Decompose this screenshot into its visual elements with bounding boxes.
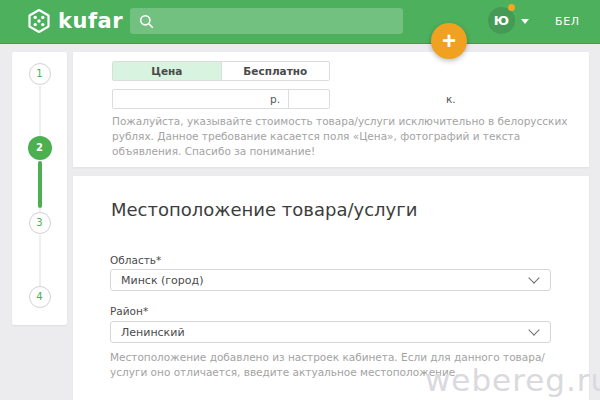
location-section-title: Местоположение товара/услуги [111,199,417,220]
step-1[interactable]: 1 [29,63,51,85]
add-listing-button[interactable]: + [431,23,467,59]
step-connector [39,86,40,137]
region-selected-value: Минск (город) [111,274,530,287]
user-avatar[interactable]: Ю [488,7,515,34]
price-requirement-note: Пожалуйста, указывайте стоимость товара/… [112,114,570,159]
kopecks-suffix-label: к. [446,93,464,105]
kopecks-cell: к. [288,90,464,108]
district-selected-value: Ленинский [111,326,530,339]
price-kopecks-input[interactable] [289,93,446,106]
language-switcher[interactable]: БЕЛ [555,15,580,28]
notification-dot [508,4,515,11]
region-select[interactable]: Минск (город) [110,269,551,291]
step-connector [39,235,40,286]
search-input[interactable] [161,13,385,29]
chevron-down-icon [528,272,539,283]
search-bar[interactable] [130,8,403,34]
price-rubles-input[interactable] [113,93,270,106]
rubles-suffix-label: р. [270,93,288,105]
watermark: webereg.ru [425,362,600,398]
chevron-down-icon [528,324,539,335]
kufar-hexagon-icon [26,8,52,34]
price-inputs-row: р. к. [112,89,330,109]
step-3[interactable]: 3 [29,212,51,234]
kufar-logo[interactable]: kufar [26,8,123,34]
district-label: Район* [110,305,148,317]
search-icon [139,14,154,29]
steps-sidebar: 1 2 3 4 [12,52,67,325]
brand-name: kufar [58,8,123,34]
step-4[interactable]: 4 [29,286,51,308]
tab-price[interactable]: Цена [113,62,221,80]
rubles-cell: р. [113,90,288,108]
price-section-card: Цена Бесплатно р. к. Пожалуйста, указыва… [73,52,589,167]
kufar-ad-form-page: kufar Ю БЕЛ + 1 2 3 4 Цена [0,0,600,400]
step-progress-connector [38,161,42,208]
tab-free[interactable]: Бесплатно [221,62,330,80]
district-select[interactable]: Ленинский [110,321,551,343]
price-type-tabs: Цена Бесплатно [112,61,330,81]
top-navbar: kufar Ю БЕЛ [0,0,600,44]
user-menu-chevron-down-icon[interactable] [521,19,529,24]
step-2-active[interactable]: 2 [28,136,52,160]
region-label: Область* [110,254,161,266]
